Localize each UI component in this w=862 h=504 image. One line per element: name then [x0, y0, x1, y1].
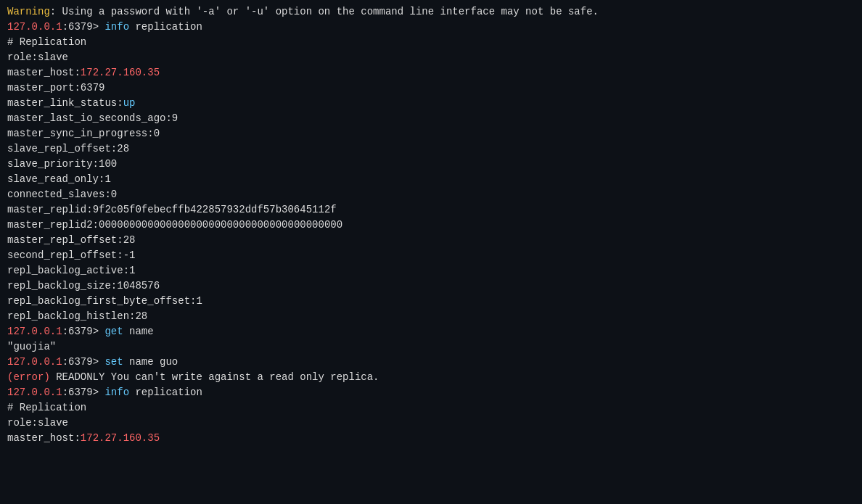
repl-backlog-histlen: repl_backlog_histlen:28 [7, 309, 855, 324]
repl-backlog-active: repl_backlog_active:1 [7, 263, 855, 278]
prompt-get-name: 127.0.0.1:6379> get name [7, 324, 855, 339]
slave-repl-offset: slave_repl_offset:28 [7, 141, 855, 157]
replication-header-2: # Replication [7, 400, 855, 416]
slave-priority: slave_priority:100 [7, 157, 855, 172]
terminal: Warning: Using a password with '-a' or '… [0, 0, 862, 504]
master-link-status: master_link_status:up [7, 96, 855, 111]
error-readonly: (error) READONLY You can't write against… [7, 370, 855, 385]
repl-backlog-first-byte: repl_backlog_first_byte_offset:1 [7, 294, 855, 309]
get-name-result: "guojia" [7, 339, 855, 355]
replication-header-1: # Replication [7, 35, 855, 50]
master-host-2: master_host:172.27.160.35 [7, 431, 855, 446]
master-last-io: master_last_io_seconds_ago:9 [7, 111, 855, 126]
prompt-info-replication-1: 127.0.0.1:6379> info replication [7, 20, 855, 35]
second-repl-offset: second_repl_offset:-1 [7, 248, 855, 263]
role-2: role:slave [7, 416, 855, 431]
prompt-set-name: 127.0.0.1:6379> set name guo [7, 355, 855, 370]
warning-line: Warning: Using a password with '-a' or '… [7, 4, 855, 20]
master-sync: master_sync_in_progress:0 [7, 126, 855, 141]
master-host-1: master_host:172.27.160.35 [7, 65, 855, 80]
master-replid: master_replid:9f2c05f0febecffb422857932d… [7, 202, 855, 218]
prompt-info-replication-2: 127.0.0.1:6379> info replication [7, 385, 855, 400]
role: role:slave [7, 50, 855, 65]
slave-read-only: slave_read_only:1 [7, 172, 855, 187]
connected-slaves: connected_slaves:0 [7, 187, 855, 202]
master-port: master_port:6379 [7, 80, 855, 96]
master-repl-offset: master_repl_offset:28 [7, 233, 855, 248]
master-replid2: master_replid2:0000000000000000000000000… [7, 218, 855, 233]
repl-backlog-size: repl_backlog_size:1048576 [7, 278, 855, 294]
